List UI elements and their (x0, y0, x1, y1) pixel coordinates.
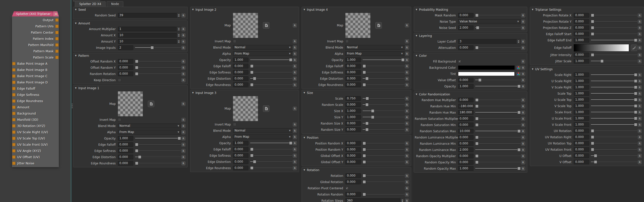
slider-handle[interactable] (478, 78, 482, 82)
uv-settings-u-scale-front-slider[interactable] (591, 116, 637, 121)
amount-image-inputs-value[interactable]: 2 (118, 45, 133, 50)
uv-settings-u-scale-front-reset-button[interactable]: R (638, 116, 642, 120)
input-image-2-edge-falloff-reset-button[interactable]: R (293, 64, 297, 68)
slider-handle[interactable] (362, 148, 366, 151)
uv-settings-uv-rotation-right-value[interactable]: 0.000 (574, 135, 589, 140)
uv-settings-uv-rotation-top-reset-button[interactable]: R (638, 142, 642, 146)
spin-down-icon[interactable]: ▼ (178, 29, 180, 31)
input-image-2-map-upload-button[interactable] (263, 22, 270, 29)
position-position-random-x-value[interactable]: 0.000 (346, 141, 361, 146)
rotation-rotation-reset-button[interactable]: R (405, 174, 409, 178)
color-randomization-random-opacity-min-value[interactable]: 0.000 (458, 160, 474, 165)
slider-handle[interactable] (475, 46, 478, 49)
amount-image-inputs-slider[interactable] (135, 45, 181, 50)
input-image-1-opacity-slider[interactable] (135, 136, 181, 141)
slider-handle[interactable] (634, 104, 637, 108)
pattern-keep-direction-reset-button[interactable]: R (182, 78, 186, 82)
slider-handle[interactable] (371, 109, 374, 112)
slider-handle[interactable] (591, 129, 594, 132)
input-port-edge-roundness[interactable] (12, 100, 16, 102)
size-random-size-y-slider[interactable] (362, 127, 404, 132)
uv-settings-v-scale-front-value[interactable]: 1.000 (574, 122, 589, 127)
input-image-1-edge-roundness-slider[interactable] (135, 161, 181, 166)
size-random-size-x-value[interactable]: 0.000 (346, 121, 361, 126)
input-image-1-map-preview[interactable] (118, 92, 143, 116)
input-port-bake-point-image-b[interactable] (12, 68, 16, 72)
position-global-offset-y-slider[interactable] (362, 160, 404, 164)
color-randomization-random-opacity-max-value[interactable]: 1.000 (458, 166, 474, 171)
color-randomization-random-luminance-max-slider[interactable] (475, 148, 521, 152)
triplanar-settings-edge-falloff-end-slider[interactable] (591, 38, 637, 42)
input-image-2-edge-distortion-slider[interactable] (250, 76, 292, 81)
section-position-header[interactable]: ▼Position (302, 135, 410, 140)
input-image-1-edge-falloff-value[interactable]: 0.000 (118, 142, 133, 147)
output-port-pattern-index[interactable] (55, 37, 58, 40)
color-randomization-random-hue-min-slider[interactable] (475, 104, 521, 108)
position-global-offset-y-reset-button[interactable]: R (405, 160, 409, 164)
output-port-output[interactable] (55, 18, 58, 22)
uv-settings-v-scale-top-value[interactable]: 1.000 (574, 104, 589, 108)
input-image-3-edge-roundness-value[interactable]: 0.000 (233, 166, 248, 170)
input-image-1-edge-distortion-value[interactable]: 0.000 (118, 155, 133, 160)
input-image-1-edge-falloff-slider[interactable] (135, 142, 181, 147)
amount-amount-x-reset-button[interactable]: R (182, 34, 186, 37)
size-random-size-x-reset-button[interactable]: R (405, 122, 409, 126)
triplanar-settings-projection-rotate-y-reset-button[interactable]: R (638, 20, 642, 24)
spin-down-icon[interactable]: ▼ (518, 42, 519, 43)
rotation-global-rotation-slider[interactable] (362, 180, 404, 184)
panel-splitter[interactable] (70, 0, 72, 202)
slider-handle[interactable] (250, 154, 254, 157)
slider-handle[interactable] (475, 136, 478, 139)
slider-handle[interactable] (475, 161, 478, 164)
input-image-4-edge-distortion-reset-button[interactable]: R (405, 77, 409, 81)
input-image-3-edge-distortion-reset-button[interactable]: R (293, 160, 297, 164)
spin-down-icon[interactable]: ▼ (178, 42, 180, 43)
uv-settings-uv-rotation-top-slider[interactable] (591, 141, 637, 146)
triplanar-settings-projection-rotate-x-reset-button[interactable]: R (638, 14, 642, 18)
slider-handle[interactable] (362, 154, 366, 158)
slider-handle[interactable] (634, 86, 637, 89)
slider-handle[interactable] (475, 104, 478, 108)
slider-handle[interactable] (476, 26, 479, 30)
input-image-1-blend-mode-dropdown[interactable]: Normal▼ (118, 124, 181, 128)
spin-down-icon[interactable]: ▼ (402, 201, 403, 202)
input-image-1-map-reset-button[interactable]: R (182, 102, 186, 106)
position-position-random-x-reset-button[interactable]: R (405, 142, 409, 146)
amount-amount-multiplier-field[interactable]: 1▲▼ (118, 27, 181, 32)
color-value-offset-reset-button[interactable]: R (521, 78, 525, 82)
input-image-1-alpha-reset-button[interactable]: R (182, 130, 186, 134)
color-randomization-random-opacity-min-slider[interactable] (475, 160, 521, 165)
input-image-1-map-upload-button[interactable] (148, 101, 154, 107)
input-port-bake-point-image-c[interactable] (12, 74, 16, 78)
section-uv-settings-header[interactable]: ▼UV Settings (531, 67, 643, 72)
input-port-uv-offset-uv[interactable] (12, 156, 16, 159)
triplanar-settings-projection-rotate-z-slider[interactable] (591, 26, 637, 30)
slider-handle[interactable] (594, 154, 597, 158)
slider-handle[interactable] (289, 58, 292, 62)
triplanar-settings-projection-rotate-z-value[interactable]: 0.000 (574, 26, 589, 30)
slider-handle[interactable] (401, 58, 404, 62)
input-image-2-opacity-value[interactable]: 1.000 (233, 58, 248, 62)
pattern-keep-direction-checkbox[interactable] (118, 78, 121, 82)
color-randomization-random-opacity-max-slider[interactable] (475, 166, 521, 171)
slider-handle[interactable] (362, 142, 366, 145)
slider-handle[interactable] (371, 116, 374, 119)
slider-handle[interactable] (150, 46, 154, 49)
slider-handle[interactable] (362, 64, 366, 68)
input-image-2-edge-distortion-reset-button[interactable]: R (293, 77, 297, 81)
uv-settings-scale-top-value[interactable]: 1.000 (574, 91, 589, 96)
color-randomization-random-saturation-multiplier-value[interactable]: 0.000 (458, 116, 474, 121)
uv-settings-u-offset-slider[interactable] (591, 154, 637, 158)
input-image-2-edge-softness-value[interactable]: 0.000 (233, 70, 248, 75)
input-image-2-invert-map-checkbox[interactable] (233, 40, 236, 43)
input-image-2-edge-distortion-value[interactable]: 0.000 (233, 76, 248, 81)
color-tint-swatch[interactable] (458, 72, 515, 76)
uv-settings-uv-rotation-front-reset-button[interactable]: R (638, 148, 642, 152)
section-input-image-3-header[interactable]: ▼Input Image 3 (191, 90, 298, 96)
uv-settings-uv-rotation-top-value[interactable]: 0.000 (574, 141, 589, 146)
section-triplanar-settings-header[interactable]: ▼Triplanar Settings (531, 7, 643, 12)
input-image-3-alpha-reset-button[interactable]: R (293, 135, 297, 139)
color-value-offset-value[interactable]: 0.000 (458, 78, 474, 82)
section-amount-header[interactable]: ▼Amount (74, 21, 187, 26)
input-image-4-map-preview[interactable] (346, 13, 370, 38)
